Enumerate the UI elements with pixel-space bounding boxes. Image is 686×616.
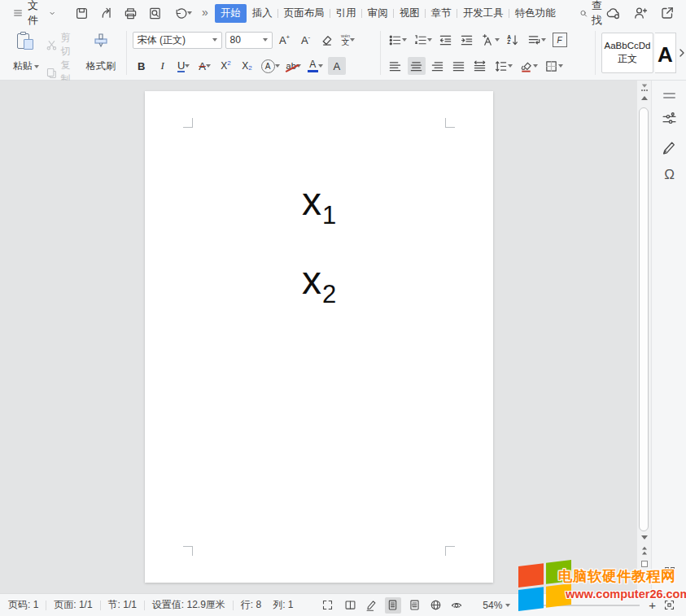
search-button[interactable]: 查找 xyxy=(579,0,606,28)
increase-indent-button[interactable] xyxy=(458,31,476,49)
cloud-sync-icon[interactable] xyxy=(606,6,621,20)
styles-more-icon[interactable] xyxy=(678,48,686,58)
decrease-font-button[interactable]: A- xyxy=(297,31,315,49)
outline-view-icon xyxy=(409,599,421,611)
tab-references[interactable]: 引用 xyxy=(330,4,362,23)
bullet-list-button[interactable] xyxy=(387,31,409,49)
sidebar-grid-button[interactable] xyxy=(652,567,686,577)
char-scale-button[interactable] xyxy=(479,31,501,49)
font-color-button[interactable]: A xyxy=(306,57,325,75)
separator xyxy=(595,31,596,75)
scroll-down-button[interactable] xyxy=(637,535,651,540)
tab-dev-tools[interactable]: 开发工具 xyxy=(457,4,509,23)
undo-button[interactable] xyxy=(169,3,195,23)
status-column: 列: 1 xyxy=(273,598,293,612)
scroll-up-button[interactable] xyxy=(637,96,651,100)
frame-button[interactable]: F xyxy=(551,31,569,49)
scrollbar-thumb[interactable] xyxy=(639,107,649,531)
shading-button[interactable] xyxy=(518,57,540,75)
paste-button[interactable]: 粘贴 xyxy=(8,29,44,76)
subscript-button[interactable]: X2 xyxy=(238,57,256,75)
zoom-slider[interactable] xyxy=(537,605,640,606)
distribute-button[interactable] xyxy=(471,57,489,75)
file-menu-button[interactable]: 文件 xyxy=(13,0,55,28)
grid-icon xyxy=(665,567,675,577)
fullscreen-button[interactable] xyxy=(319,597,335,614)
sidebar-collapse-button[interactable] xyxy=(652,90,686,101)
page-view-button[interactable] xyxy=(385,597,401,614)
font-name-combo[interactable]: 宋体 (正文) xyxy=(133,32,222,49)
fit-page-button[interactable] xyxy=(662,597,678,614)
font-size-combo[interactable]: 80 xyxy=(225,32,273,49)
print-preview-button[interactable] xyxy=(145,3,164,23)
tab-home[interactable]: 开始 xyxy=(215,4,247,23)
outline-view-button[interactable] xyxy=(406,597,422,614)
format-painter-button[interactable]: 格式刷 xyxy=(81,29,120,76)
text-effects-icon: A xyxy=(261,59,275,73)
borders-button[interactable] xyxy=(543,57,565,75)
more-commands-button[interactable]: » xyxy=(202,6,208,19)
book-icon xyxy=(344,599,356,611)
zoom-level-button[interactable]: 54% xyxy=(483,600,510,611)
style-name: 正文 xyxy=(618,52,637,66)
line-spacing-button[interactable] xyxy=(492,57,514,75)
clear-format-button[interactable] xyxy=(318,31,336,49)
eye-protection-button[interactable] xyxy=(448,597,465,614)
share-icon[interactable] xyxy=(660,6,675,20)
web-view-button[interactable] xyxy=(427,597,443,614)
vertical-scrollbar[interactable] xyxy=(637,81,651,593)
align-left-button[interactable] xyxy=(387,57,404,75)
previous-page-button[interactable] xyxy=(637,546,651,555)
tab-section[interactable]: 章节 xyxy=(426,4,457,23)
zoom-in-button[interactable]: + xyxy=(646,598,658,612)
save-button[interactable] xyxy=(72,3,91,23)
format-painter-icon xyxy=(92,32,110,51)
sidebar-pen-button[interactable] xyxy=(652,139,686,155)
read-layout-button[interactable] xyxy=(343,597,359,614)
italic-button[interactable]: I xyxy=(154,57,172,75)
margin-mark-bottom-right xyxy=(445,546,455,556)
sort-button[interactable]: AZ xyxy=(505,31,522,49)
superscript-button[interactable]: X2 xyxy=(217,57,235,75)
justify-button[interactable] xyxy=(450,57,468,75)
invite-user-icon[interactable] xyxy=(633,6,648,20)
char-shading-button[interactable]: A xyxy=(328,57,346,75)
increase-font-button[interactable]: A+ xyxy=(276,31,294,49)
underline-button[interactable]: U xyxy=(175,57,193,75)
tab-page-layout[interactable]: 页面布局 xyxy=(278,4,330,23)
clipboard-group: 粘贴 剪切 复制 格式刷 xyxy=(8,29,120,76)
highlight-icon: ab xyxy=(286,61,296,71)
edit-mode-button[interactable] xyxy=(364,597,380,614)
style-next[interactable]: A xyxy=(655,33,676,73)
ruler-toggle-button[interactable] xyxy=(637,84,651,91)
status-setting: 设置值: 12.9厘米 xyxy=(152,598,225,612)
decrease-indent-button[interactable] xyxy=(437,31,455,49)
strikethrough-button[interactable]: A xyxy=(196,57,214,75)
undo-caret[interactable] xyxy=(187,11,192,15)
align-right-button[interactable] xyxy=(429,57,447,75)
paragraph-mark-button[interactable] xyxy=(526,31,548,49)
highlight-button[interactable]: ab xyxy=(285,57,303,75)
tab-review[interactable]: 审阅 xyxy=(362,4,394,23)
sidebar-properties-button[interactable] xyxy=(652,111,686,127)
select-browse-object-button[interactable] xyxy=(637,561,651,567)
styles-gallery: AaBbCcDd 正文 A xyxy=(601,29,686,76)
numbered-list-button[interactable] xyxy=(412,31,434,49)
paragraph-group: AZ F xyxy=(387,29,589,76)
align-center-button[interactable] xyxy=(408,57,426,75)
sidebar-symbol-button[interactable]: Ω xyxy=(652,167,686,183)
style-normal[interactable]: AaBbCcDd 正文 xyxy=(601,33,653,73)
pinyin-guide-button[interactable]: wén文 xyxy=(339,31,357,49)
page[interactable]: x1 x2 xyxy=(145,91,493,583)
tab-view[interactable]: 视图 xyxy=(394,4,426,23)
cut-button[interactable]: 剪切 xyxy=(46,31,81,59)
zoom-out-button[interactable]: − xyxy=(518,598,531,612)
cut-label: 剪切 xyxy=(60,31,80,59)
bold-button[interactable]: B xyxy=(133,57,151,75)
document-area[interactable]: x1 x2 xyxy=(0,81,637,593)
text-effects-button[interactable]: A xyxy=(260,57,282,75)
print-button[interactable] xyxy=(120,3,140,23)
tab-insert[interactable]: 插入 xyxy=(247,4,278,23)
tab-special-features[interactable]: 特色功能 xyxy=(509,4,561,23)
export-button[interactable] xyxy=(96,3,116,23)
